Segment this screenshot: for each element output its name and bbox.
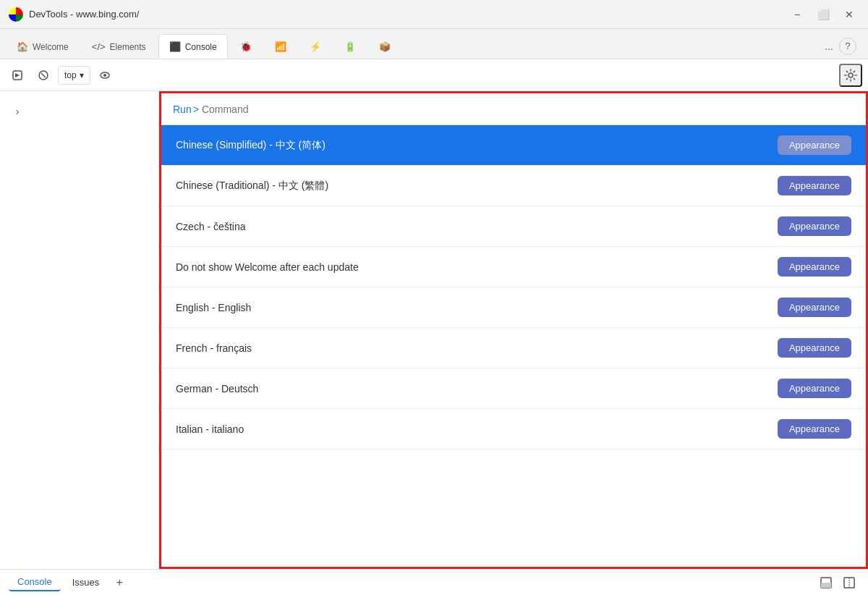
expand-sidebar-button[interactable]: › xyxy=(6,100,29,123)
appearance-button[interactable]: Appearance xyxy=(778,135,851,155)
result-label: Italian - italiano xyxy=(176,423,244,435)
command-input[interactable] xyxy=(202,104,854,115)
result-label: French - français xyxy=(176,342,252,354)
window-controls: − ⬜ ✕ xyxy=(787,4,859,25)
result-item[interactable]: Czech - češtinaAppearance xyxy=(161,206,866,247)
title-bar: DevTools - www.bing.com/ − ⬜ ✕ xyxy=(0,0,868,29)
network-icon: 📶 xyxy=(275,41,286,52)
run-text: Run xyxy=(173,104,192,115)
tab-welcome[interactable]: 🏠 Welcome xyxy=(6,34,80,59)
result-item[interactable]: English - EnglishAppearance xyxy=(161,287,866,328)
bottom-tab-issues[interactable]: Issues xyxy=(64,574,109,591)
undock-icon xyxy=(843,577,855,588)
run-arrow: > xyxy=(193,104,199,115)
result-label: Do not show Welcome after each update xyxy=(176,261,359,273)
bottom-icons xyxy=(816,573,859,593)
appearance-button[interactable]: Appearance xyxy=(778,419,851,439)
window-title: DevTools - www.bing.com/ xyxy=(29,9,787,20)
tab-debug[interactable]: 🐞 xyxy=(229,34,263,59)
result-label: Czech - čeština xyxy=(176,221,245,232)
tab-memory[interactable]: 🔋 xyxy=(333,34,367,59)
result-item[interactable]: Do not show Welcome after each updateApp… xyxy=(161,247,866,287)
tab-console[interactable]: ⬛ Console xyxy=(158,34,228,59)
command-panel: Run > Chinese (Simplified) - 中文 (简体)Appe… xyxy=(159,91,868,569)
appearance-button[interactable]: Appearance xyxy=(778,216,851,236)
appearance-button[interactable]: Appearance xyxy=(778,379,851,398)
tab-bar: 🏠 Welcome </> Elements ⬛ Console 🐞 📶 ⚡ 🔋… xyxy=(0,29,868,59)
eye-button[interactable] xyxy=(93,64,116,87)
command-bar: Run > xyxy=(161,93,866,125)
appearance-button[interactable]: Appearance xyxy=(778,257,851,277)
result-item[interactable]: Italian - italianoAppearance xyxy=(161,409,866,450)
svg-line-2 xyxy=(41,73,46,77)
settings-button[interactable] xyxy=(839,64,862,87)
maximize-button[interactable]: ⬜ xyxy=(813,4,833,25)
context-label: top xyxy=(64,70,77,80)
result-item[interactable]: French - françaisAppearance xyxy=(161,328,866,368)
tab-welcome-label: Welcome xyxy=(33,42,69,52)
eye-icon xyxy=(99,69,111,81)
svg-point-4 xyxy=(103,74,106,77)
result-item[interactable]: Chinese (Simplified) - 中文 (简体)Appearance xyxy=(161,125,866,166)
clear-button[interactable] xyxy=(32,64,55,87)
chevron-down-icon: ▾ xyxy=(80,70,84,80)
tab-performance[interactable]: ⚡ xyxy=(299,34,332,59)
tab-elements[interactable]: </> Elements xyxy=(81,34,157,59)
execute-context-button[interactable] xyxy=(6,64,29,87)
tab-elements-label: Elements xyxy=(110,42,146,52)
tab-console-label: Console xyxy=(185,42,217,52)
bottom-tab-console[interactable]: Console xyxy=(9,573,61,591)
help-button[interactable]: ? xyxy=(839,38,856,55)
close-button[interactable]: ✕ xyxy=(839,4,859,25)
undock-button[interactable] xyxy=(839,573,859,593)
bottom-bar: Console Issues + xyxy=(0,569,868,595)
clear-icon xyxy=(38,69,49,81)
context-selector[interactable]: top ▾ xyxy=(58,66,90,85)
appearance-button[interactable]: Appearance xyxy=(778,338,851,358)
execute-icon xyxy=(12,69,23,81)
toolbar: top ▾ xyxy=(0,59,868,91)
app-icon: 📦 xyxy=(379,41,391,52)
dock-icon xyxy=(820,577,832,588)
appearance-button[interactable]: Appearance xyxy=(778,176,851,195)
appearance-button[interactable]: Appearance xyxy=(778,298,851,317)
main-area: › Run > Chinese (Simplified) - 中文 (简体)Ap… xyxy=(0,91,868,569)
svg-point-5 xyxy=(848,73,853,77)
gear-icon xyxy=(844,69,857,82)
minimize-button[interactable]: − xyxy=(787,4,807,25)
dock-button[interactable] xyxy=(816,573,836,593)
console-icon: ⬛ xyxy=(169,41,181,52)
result-label: English - English xyxy=(176,302,251,313)
tab-app[interactable]: 📦 xyxy=(368,34,401,59)
result-item[interactable]: Chinese (Traditional) - 中文 (繁體)Appearanc… xyxy=(161,166,866,206)
tab-network[interactable]: 📶 xyxy=(264,34,297,59)
memory-icon: 🔋 xyxy=(344,41,356,52)
elements-icon: </> xyxy=(92,41,106,52)
result-item[interactable]: German - DeutschAppearance xyxy=(161,368,866,409)
add-panel-button[interactable]: + xyxy=(111,574,128,591)
result-label: Chinese (Simplified) - 中文 (简体) xyxy=(176,139,326,152)
more-tabs-button[interactable]: ... xyxy=(825,41,833,52)
home-icon: 🏠 xyxy=(17,41,28,52)
svg-rect-7 xyxy=(821,583,831,588)
result-label: German - Deutsch xyxy=(176,383,258,394)
sidebar: › xyxy=(0,91,159,569)
results-list[interactable]: Chinese (Simplified) - 中文 (简体)Appearance… xyxy=(161,125,866,567)
run-label: Run > xyxy=(173,104,199,115)
performance-icon: ⚡ xyxy=(310,41,321,52)
devtools-icon xyxy=(9,7,23,22)
result-label: Chinese (Traditional) - 中文 (繁體) xyxy=(176,180,328,193)
debug-icon: 🐞 xyxy=(240,41,252,52)
tab-more-controls: ... ? xyxy=(819,34,862,59)
